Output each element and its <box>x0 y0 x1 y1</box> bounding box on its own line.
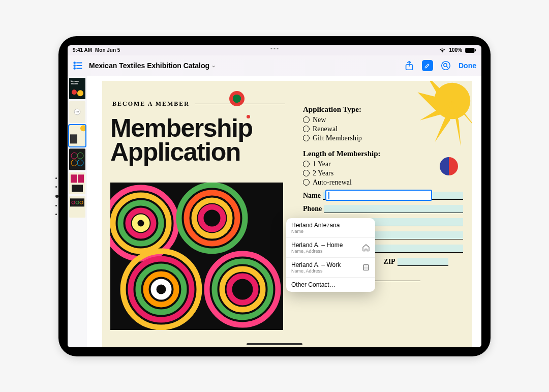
status-date: Mon Jun 5 <box>95 47 120 53</box>
svg-point-10 <box>444 63 447 66</box>
status-time: 9:41 AM <box>73 47 92 53</box>
svg-point-13 <box>72 89 77 95</box>
field-name[interactable]: Name <box>303 192 463 200</box>
main-area: MexicanTextiles <box>68 76 481 347</box>
battery-icon <box>465 48 476 53</box>
page-thumbnail[interactable] <box>69 125 85 147</box>
search-circle-icon[interactable] <box>440 60 451 71</box>
page-thumbnail[interactable] <box>69 148 85 170</box>
radio-auto[interactable]: Auto-renewal <box>303 178 463 187</box>
svg-rect-24 <box>69 149 85 170</box>
home-icon <box>362 244 370 252</box>
page-title: Membership Application <box>110 116 253 165</box>
page-thumbnail[interactable] <box>69 172 85 194</box>
autofill-item-home[interactable]: Herland A. – HomeName, Address <box>286 238 375 258</box>
svg-rect-22 <box>70 134 77 143</box>
done-button[interactable]: Done <box>459 62 476 70</box>
status-bar: 9:41 AM Mon Jun 5 100% <box>68 45 481 55</box>
radio-renewal[interactable]: Renewal <box>303 125 463 133</box>
svg-point-4 <box>74 65 75 66</box>
radio-gift[interactable]: Gift Membership <box>303 134 463 142</box>
battery-percent: 100% <box>449 47 462 53</box>
svg-point-6 <box>74 68 75 69</box>
radio-new[interactable]: New <box>303 116 463 124</box>
radio-2years[interactable]: 2 Years <box>303 169 463 177</box>
svg-point-19 <box>77 112 78 113</box>
svg-rect-32 <box>72 185 83 192</box>
markup-icon[interactable] <box>422 60 433 71</box>
autofill-item-name[interactable]: Herland AntezanaName <box>286 218 375 238</box>
chevron-down-icon: ⌄ <box>211 63 216 68</box>
app-type-header: Application Type: <box>303 105 463 114</box>
autofill-item-work[interactable]: Herland A. – WorkName, Address <box>286 258 375 278</box>
page-thumbnail[interactable]: MexicanTextiles <box>69 78 85 100</box>
svg-point-9 <box>442 61 450 70</box>
ipad-screen: 9:41 AM Mon Jun 5 100% Mexican Textiles … <box>68 45 481 347</box>
svg-rect-31 <box>78 174 84 183</box>
svg-point-20 <box>78 112 79 113</box>
document-page: BECOME A MEMBER Membership Application <box>102 81 472 347</box>
length-header: Length of Membership: <box>303 149 463 158</box>
ipad-side-buttons <box>55 177 58 215</box>
multitask-dots-icon[interactable] <box>271 48 279 49</box>
building-icon <box>362 263 370 272</box>
svg-point-18 <box>76 112 77 113</box>
document-title: Mexican Textiles Exhibition Catalog <box>89 62 209 70</box>
page-thumbnail[interactable] <box>69 101 85 123</box>
svg-line-11 <box>447 66 448 67</box>
ipad-frame: 9:41 AM Mon Jun 5 100% Mexican Textiles … <box>58 36 491 356</box>
autofill-other-contact[interactable]: Other Contact… <box>286 278 375 292</box>
document-title-dropdown[interactable]: Mexican Textiles Exhibition Catalog ⌄ <box>89 62 216 70</box>
textile-artwork <box>110 183 283 330</box>
svg-text:Textiles: Textiles <box>71 82 78 85</box>
share-icon[interactable] <box>404 60 415 71</box>
svg-rect-34 <box>70 198 84 206</box>
page-thumbnail[interactable] <box>69 196 85 218</box>
toolbar: Mexican Textiles Exhibition Catalog ⌄ Do… <box>68 55 481 76</box>
svg-rect-30 <box>71 174 77 183</box>
svg-rect-64 <box>363 264 368 270</box>
svg-rect-0 <box>465 48 474 53</box>
home-indicator[interactable] <box>247 343 302 345</box>
become-member-heading: BECOME A MEMBER <box>112 100 285 108</box>
svg-point-14 <box>77 90 83 96</box>
radio-1year[interactable]: 1 Year <box>303 160 463 168</box>
wifi-icon <box>439 48 446 53</box>
svg-rect-1 <box>475 49 476 51</box>
sidebar-list-icon[interactable] <box>73 60 84 71</box>
name-input[interactable] <box>325 190 432 201</box>
thumbnail-rail[interactable]: MexicanTextiles <box>68 76 87 347</box>
page-view[interactable]: BECOME A MEMBER Membership Application <box>87 76 481 347</box>
field-phone[interactable]: Phone <box>303 205 463 213</box>
svg-point-2 <box>74 62 75 64</box>
autofill-popover: Herland AntezanaName Herland A. – HomeNa… <box>286 218 375 292</box>
